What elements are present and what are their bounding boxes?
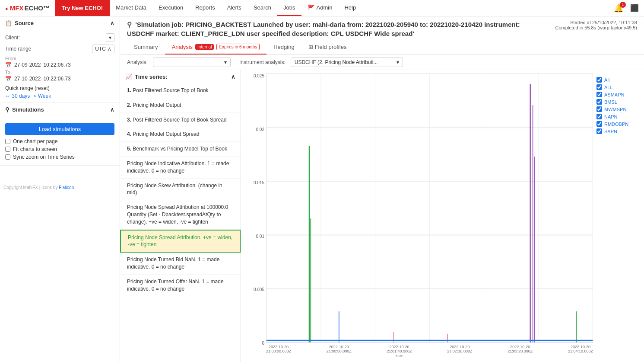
notification-bell[interactable]: 🔔 1 [614,3,623,13]
ts-item-6[interactable]: Pricing Node Skew Attribution. (change i… [120,179,241,201]
nav-item-execution[interactable]: Execution [152,0,189,16]
fit-charts-row: Fit charts to screen [5,146,114,152]
legend-checkbox-2[interactable] [596,92,602,97]
badge-expires: Expires in 6 months [216,44,260,50]
ts-item-1[interactable]: 2. Pricing Model Output [120,98,241,113]
tab-hedging[interactable]: Hedging [266,40,301,54]
tab-analysis[interactable]: Analysis Internal Expires in 6 months [165,40,267,54]
ts-item-4[interactable]: 5. Benchmark vs Pricing Model Top of Boo… [120,142,241,157]
source-section-header[interactable]: 📋 Source ∧ [0,16,120,30]
legend-checkbox-7[interactable] [596,128,602,134]
range-30-link[interactable]: ↔ 30 days [5,93,30,99]
simulations-section-header[interactable]: ⚲ Simulations ∧ [0,103,120,116]
ts-icon: 📈 [125,74,132,80]
job-title-bar: ⚲ 'Simulation job: PRICING_BACKTEST Laun… [120,16,644,40]
source-label: Source [15,20,34,26]
y-axis: 0.0250.020.0150.010.0050 [244,74,266,359]
fit-charts-checkbox[interactable] [5,147,10,152]
legend-checkbox-6[interactable] [596,121,602,127]
chart-and-legend: 0.0250.020.0150.010.0050 [244,74,641,359]
job-title: ⚲ 'Simulation job: PRICING_BACKTEST Laun… [127,20,537,38]
legend-item-1: ALL [596,84,637,90]
fit-charts-label[interactable]: Fit charts to screen [13,146,57,152]
ts-item-2[interactable]: 3. Post Filtered Source Top of Book Spre… [120,113,241,128]
range-week-link[interactable]: < Week [33,93,51,99]
quick-range-label: Quick range (reset) [5,85,50,91]
y-axis-label: 0.015 [244,180,264,185]
panels-row: 📈 Time series: ∧ 1. Post Filtered Source… [120,70,644,362]
ts-item-3[interactable]: 4. Pricing Model Output Spread [120,127,241,142]
ts-item-8[interactable]: Pricing Node Spread Attribution. +ve = w… [120,230,241,253]
one-chart-row: One chart per page [5,138,114,144]
job-started: Started at 25/10/2022, 10:11:38 [555,20,637,25]
from-label: From [5,56,114,61]
y-axis-label: 0.02 [244,127,264,132]
nav-item-market-data[interactable]: Market Data [110,0,152,16]
instrument-dropdown[interactable]: USDCHF (2. Pricing Node Attributi... ▾ [291,58,403,67]
main-layout: 📋 Source ∧ Client: ▾ Time range UTC ∧ [0,16,644,362]
nav-item-jobs[interactable]: Jobs [277,0,301,16]
user-icon[interactable]: ⬛ [630,4,639,12]
client-dropdown[interactable]: ▾ [106,33,114,42]
nav-item-help[interactable]: Help [338,0,362,16]
legend-label-1: ALL [604,85,613,90]
chart-area: 0.0250.020.0150.010.0050 [241,70,644,362]
utc-dropdown[interactable]: UTC ∧ [92,45,114,53]
ts-item-5[interactable]: Pricing Node Indicative Attribution. 1 =… [120,157,241,179]
legend-checkbox-5[interactable] [596,114,602,119]
chart-container: 0.0250.020.0150.010.0050 [244,74,593,359]
tab-summary[interactable]: Summary [127,40,165,54]
flaticon-link[interactable]: Flaticon [59,185,74,190]
nav-item-alerts[interactable]: Alerts [221,0,247,16]
logo: ● MFX ECHO™ [0,0,55,16]
tab-field-profiles[interactable]: ⊞ Field profiles [301,40,354,54]
x-axis: 2022-10-2021:00:00.000Z2022-10-2021:00:5… [266,343,593,359]
sidebar: 📋 Source ∧ Client: ▾ Time range UTC ∧ [0,16,120,362]
quick-range: Quick range (reset) [5,85,114,91]
one-chart-checkbox[interactable] [5,139,10,144]
sync-zoom-checkbox[interactable] [5,154,10,160]
nav-item-search[interactable]: Search [247,0,277,16]
to-label: To [5,70,114,75]
to-row: To 📅 27-10-2022 10:22:06.73 [5,70,114,82]
chart-svg [266,74,593,343]
sim-icon: ⚲ [127,21,132,28]
range-links: ↔ 30 days < Week [5,93,114,99]
ts-item-9[interactable]: Pricing Node Turned Bid NaN. 1 = made in… [120,253,241,275]
to-time: 10:22:06.73 [43,76,70,82]
navbar: ● MFX ECHO™ Try New ECHO! Market Data Ex… [0,0,644,16]
nav-item-reports[interactable]: Reports [189,0,221,16]
ts-collapse-icon: ∧ [231,74,235,80]
chart-plot[interactable] [266,74,593,343]
legend-item-3: BMSL [596,99,637,105]
from-date-value: 📅 27-09-2022 10:22:06.73 [5,62,114,68]
analysis-dropdown[interactable]: ▾ [153,58,231,67]
to-date-value: 📅 27-10-2022 10:22:06.73 [5,76,114,82]
ts-item-0[interactable]: 1. Post Filtered Source Top of Book [120,83,241,98]
ts-item-10[interactable]: Pricing Node Turned Offer NaN. 1 = made … [120,275,241,297]
nav-item-admin[interactable]: 🚩 Admin [301,0,339,16]
job-completed: Completed in 55.8s (warp factor x49.5) [555,25,637,30]
legend-item-5: NAPN [596,114,637,119]
legend-checkbox-4[interactable] [596,106,602,112]
analysis-label: Analysis: [127,59,148,65]
x-axis-label: 2022-10-2021:04:10.000Z [568,345,593,359]
ts-item-7[interactable]: Pricing Node Spread Attribution at 10000… [120,200,241,229]
legend-checkbox-0[interactable] [596,77,602,83]
legend-checkbox-3[interactable] [596,99,602,105]
legend-item-6: RMDOBPN [596,121,637,127]
ts-header[interactable]: 📈 Time series: ∧ [120,70,241,83]
try-new-button[interactable]: Try New ECHO! [55,0,110,16]
time-series-panel: 📈 Time series: ∧ 1. Post Filtered Source… [120,70,241,362]
load-simulations-button[interactable]: Load simulations [5,123,114,135]
legend-label-2: ASMAPN [604,92,624,97]
legend-checkbox-1[interactable] [596,84,602,90]
legend-label-4: MWMSPN [604,107,626,112]
one-chart-label[interactable]: One chart per page [13,138,57,144]
y-axis-label: 0 [244,341,264,346]
x-axis-label: 2022-10-2021:00:00.000Z [266,345,291,359]
sync-zoom-label[interactable]: Sync zoom on Time Series [13,154,75,160]
x-axis-label: 2022-10-2021:00:50.000Z [327,345,352,359]
from-calendar-icon: 📅 [5,62,12,68]
time-range-label: Time range [5,46,31,52]
